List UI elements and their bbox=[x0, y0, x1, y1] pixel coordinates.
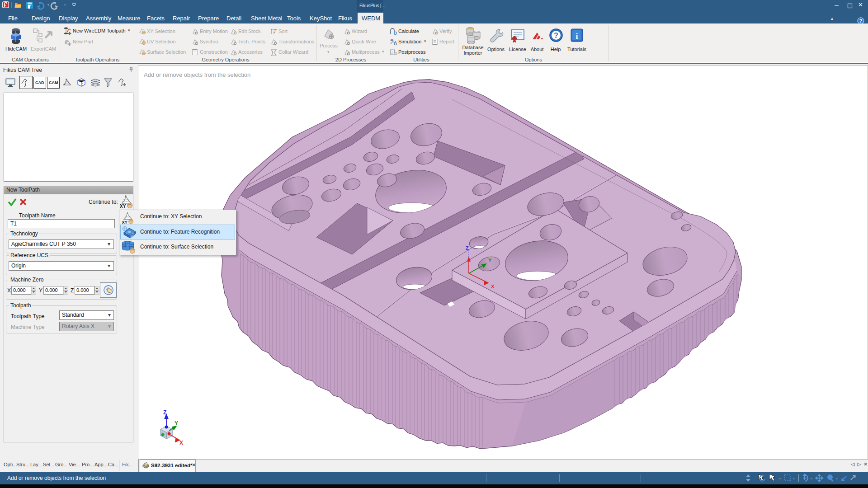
svg-text:Z: Z bbox=[163, 409, 166, 416]
svg-text:Y: Y bbox=[488, 258, 492, 263]
svg-text:Z: Z bbox=[466, 245, 469, 251]
svg-text:X: X bbox=[491, 284, 495, 289]
svg-text:i: i bbox=[576, 32, 578, 41]
svg-text:?: ? bbox=[554, 32, 558, 39]
svg-text:Y: Y bbox=[175, 420, 178, 427]
svg-text:?: ? bbox=[859, 18, 863, 23]
svg-text:XY: XY bbox=[122, 220, 127, 225]
svg-text:X: X bbox=[179, 440, 183, 446]
svg-text:XY: XY bbox=[120, 204, 126, 209]
